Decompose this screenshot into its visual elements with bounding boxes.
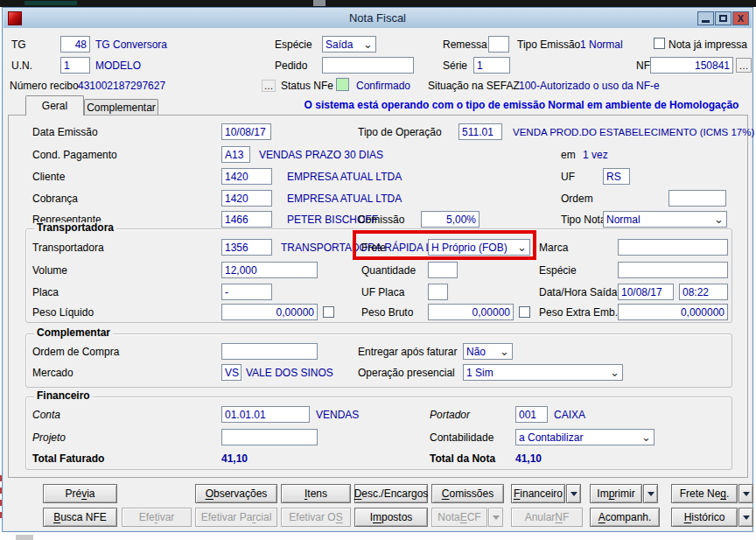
desc-encargos-button[interactable]: Desc./Encargos: [354, 484, 428, 503]
maximize-icon: [719, 15, 727, 22]
total-faturado-label: Total Faturado: [32, 452, 104, 465]
close-button[interactable]: X: [732, 11, 749, 25]
impostos-button[interactable]: Impostos: [354, 508, 428, 527]
peso-extra-label: Peso Extra Emb.: [539, 306, 618, 319]
efetivar-os-button[interactable]: Efetivar OS: [281, 508, 351, 527]
operacao-label: Operação presencial: [358, 367, 455, 379]
serie-field[interactable]: 1: [473, 57, 510, 74]
volume-field[interactable]: 12,000: [221, 262, 318, 278]
dropdown-arrow-icon: [493, 515, 500, 520]
remessa-field[interactable]: [488, 36, 509, 53]
peso-liquido-checkbox[interactable]: [323, 306, 334, 318]
previa-button[interactable]: Prévia: [43, 484, 117, 503]
comissao-field[interactable]: 5,00%: [421, 211, 480, 228]
conta-desc: VENDAS: [316, 409, 359, 421]
itens-button[interactable]: Itens: [281, 484, 351, 503]
historico-button[interactable]: Histórico: [671, 508, 738, 527]
imprimir-arrow-button[interactable]: [643, 484, 658, 503]
anular-nf-button[interactable]: Anular NF: [511, 508, 583, 527]
quantidade-field[interactable]: [428, 262, 458, 278]
recibo-value: 431002187297627: [78, 80, 165, 92]
uf-field[interactable]: RS: [603, 168, 630, 185]
volume-label: Volume: [32, 264, 67, 277]
frete-select[interactable]: H Próprio (FOB)⌄: [428, 239, 530, 256]
nf-more-button[interactable]: …: [736, 58, 752, 73]
cobranca-field[interactable]: 1420: [221, 190, 272, 207]
nota-impressa-checkbox[interactable]: [654, 38, 665, 49]
conta-field[interactable]: 01.01.01: [221, 406, 310, 423]
data-saida-label: Data/Hora Saída: [539, 286, 617, 298]
frete-neg-arrow-button[interactable]: [738, 484, 753, 503]
total-faturado-value: 41,10: [221, 452, 248, 465]
nota-fiscal-window: Nota Fiscal X TG 48 TG Conversora Espéci…: [2, 7, 753, 532]
marca-field[interactable]: [618, 239, 728, 256]
background-artifact: [24, 1, 77, 5]
placa-field[interactable]: -: [221, 284, 272, 300]
hora-saida-field[interactable]: 08:22: [679, 284, 728, 300]
minimize-button[interactable]: [697, 11, 714, 25]
contabilidade-select[interactable]: a Contabilizar⌄: [515, 429, 654, 445]
imprimir-button[interactable]: Imprimir: [590, 484, 642, 503]
mercado-field[interactable]: VS: [221, 364, 242, 381]
tipo-emissao-label: Tipo Emissão: [517, 39, 580, 51]
nota-ecf-button[interactable]: Nota ECF: [431, 508, 487, 527]
cond-pagamento-field[interactable]: A13: [221, 146, 250, 163]
tipo-nota-select[interactable]: Normal⌄: [603, 211, 727, 228]
pedido-field[interactable]: [322, 57, 414, 74]
busca-nfe-button[interactable]: Busca NFE: [43, 508, 117, 527]
peso-bruto-checkbox[interactable]: [519, 306, 530, 318]
contabilidade-label: Contabilidade: [430, 431, 494, 444]
tipo-operacao-field[interactable]: 511.01: [458, 123, 502, 140]
cliente-field[interactable]: 1420: [221, 168, 272, 185]
operacao-select[interactable]: 1 Sim⌄: [463, 364, 623, 381]
projeto-field[interactable]: [221, 429, 318, 445]
transportadora-field[interactable]: 1356: [221, 239, 272, 256]
peso-extra-field[interactable]: 0,000000: [618, 304, 728, 320]
financeiro-button[interactable]: Financeiro: [511, 484, 565, 503]
tg-field[interactable]: 48: [60, 36, 90, 53]
comissoes-button[interactable]: Comissões: [431, 484, 504, 503]
ordem-field[interactable]: [668, 190, 726, 207]
background-artifact: [16, 535, 33, 540]
projeto-label: Projeto: [32, 431, 66, 444]
background-bottom-strip: [0, 532, 756, 540]
financeiro-arrow-button[interactable]: [566, 484, 581, 503]
status-nfe-indicator: [336, 78, 349, 91]
peso-bruto-field[interactable]: 0,00000: [428, 304, 514, 320]
un-field[interactable]: 1: [60, 57, 90, 74]
em-value: 1 vez: [583, 149, 608, 161]
cond-pagamento-label: Cond. Pagamento: [32, 149, 117, 161]
efetivar-button[interactable]: Efetivar: [122, 508, 192, 527]
especie-label: Espécie: [275, 39, 312, 51]
pedido-label: Pedido: [275, 60, 307, 72]
nf-field[interactable]: 150841: [650, 57, 733, 74]
efetivar-parcial-button[interactable]: Efetivar Parcial: [195, 508, 277, 527]
ordem-compra-field[interactable]: [221, 343, 318, 360]
nota-ecf-arrow-button[interactable]: [488, 508, 503, 527]
acompanh-button[interactable]: Acompanh.: [590, 508, 660, 527]
tipo-operacao-desc: VENDA PROD.DO ESTABELECIMENTO (ICMS 17%): [513, 126, 754, 138]
peso-liquido-field[interactable]: 0,00000: [221, 304, 318, 320]
especie-select[interactable]: Saída⌄: [322, 36, 376, 53]
portador-field[interactable]: 001: [515, 406, 548, 423]
uf-placa-field[interactable]: [428, 284, 448, 300]
representante-field[interactable]: 1466: [221, 211, 272, 228]
mercado-desc: VALE DOS SINOS: [246, 367, 333, 379]
placa-label: Placa: [32, 286, 59, 298]
nota-impressa-label: Nota já impressa: [668, 39, 747, 51]
data-saida-field[interactable]: 10/08/17: [618, 284, 674, 300]
cond-pagamento-desc: VENDAS PRAZO 30 DIAS: [259, 149, 383, 161]
un-label: U.N.: [11, 60, 32, 72]
historico-arrow-button[interactable]: [738, 508, 753, 527]
observacoes-button[interactable]: Observações: [195, 484, 277, 503]
data-emissao-field[interactable]: 10/08/17: [221, 123, 271, 140]
maximize-button[interactable]: [715, 11, 732, 25]
tab-complementar[interactable]: Complementar: [84, 99, 158, 115]
sefaz-value: 100-Autorizado o uso da NF-e: [519, 80, 660, 92]
entregar-select[interactable]: Não⌄: [463, 343, 513, 360]
tab-geral[interactable]: Geral: [25, 95, 84, 116]
especie-transp-field[interactable]: [618, 262, 728, 278]
minimize-icon: [702, 20, 710, 23]
frete-neg-button[interactable]: Frete Neg.: [671, 484, 738, 503]
recibo-more-button[interactable]: …: [262, 80, 276, 92]
